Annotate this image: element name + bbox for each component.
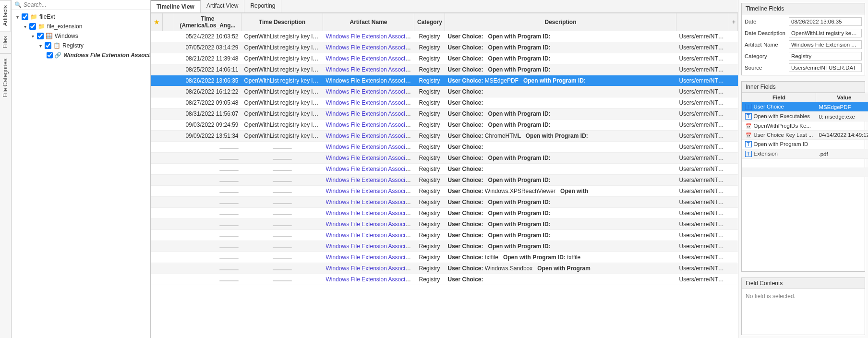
artifact-link[interactable]: Windows File Extension Associations [326,77,414,84]
table-row[interactable]: Windows File Extension AssociationsRegis… [151,153,738,164]
table-row[interactable]: Windows File Extension AssociationsRegis… [151,252,738,263]
rail-tab-files[interactable]: Files [0,31,11,53]
artifact-link[interactable]: Windows File Extension Associations [326,55,414,62]
tree-checkbox[interactable] [22,13,28,20]
table-row[interactable]: 07/05/2022 03:14:29OpenWithList registry… [151,42,738,53]
table-row[interactable]: 08/26/2022 13:06:35OpenWithList registry… [151,75,738,86]
artifact-link[interactable]: Windows File Extension Associations [326,254,414,261]
tree-row[interactable]: ▾📁file_extension [12,22,150,31]
table-row[interactable]: Windows File Extension AssociationsRegis… [151,230,738,241]
kv-value[interactable]: OpenWithList registry key last up [789,29,862,37]
artifact-link[interactable]: Windows File Extension Associations [326,155,414,161]
table-row[interactable]: Windows File Extension AssociationsRegis… [151,197,738,208]
tab-reporting[interactable]: Reporting [244,0,281,12]
col-desc[interactable]: Description [445,13,676,31]
tree-row[interactable]: 🔗Windows File Extension Associations [12,50,150,60]
cell-description: User Choice: Windows.Sandbox Open with P… [445,263,676,274]
inner-row[interactable]: 📅OpenWithProgIDs Ke... [742,121,868,131]
table-row[interactable]: Windows File Extension AssociationsRegis… [151,219,738,230]
artifact-link[interactable]: Windows File Extension Associations [326,199,414,205]
table-row[interactable]: 08/27/2022 09:05:48OpenWithList registry… [151,97,738,109]
col-category[interactable]: Category [414,13,445,31]
col-blank[interactable] [163,13,174,31]
artifact-link[interactable]: Windows File Extension Associations [326,144,414,150]
table-row[interactable]: Windows File Extension AssociationsRegis… [151,263,738,274]
artifact-link[interactable]: Windows File Extension Associations [326,33,414,40]
artifact-link[interactable]: Windows File Extension Associations [326,210,414,217]
inner-row[interactable]: 📅User Choice Key Last ...04/14/2022 14:4… [742,131,868,140]
table-row[interactable]: 05/24/2022 10:03:52OpenWithList registry… [151,31,738,42]
artifact-link[interactable]: Windows File Extension Associations [326,66,414,73]
table-row[interactable]: 08/21/2022 11:39:48OpenWithList registry… [151,53,738,64]
search-input[interactable] [24,1,147,8]
kv-value[interactable]: Windows File Extension Associat [789,40,862,49]
inner-row[interactable]: TOpen with Program ID [742,140,868,149]
tree-row[interactable]: ▾📋Registry [12,41,150,50]
artifact-link[interactable]: Windows File Extension Associations [326,121,414,128]
tree-checkbox[interactable] [29,23,36,30]
artifact-link[interactable]: Windows File Extension Associations [326,99,414,106]
tree-row[interactable]: ▾🪟Windows [12,31,150,41]
cell-description: User Choice: Open with Program ID: [445,120,676,131]
kv-row: CategoryRegistry [745,52,862,60]
table-row[interactable]: 09/09/2022 13:51:34OpenWithList registry… [151,131,738,142]
artifact-link[interactable]: Windows File Extension Associations [326,88,414,95]
col-timedesc[interactable]: Time Description [241,13,323,31]
col-time[interactable]: Time (America/Los_Ang... [174,13,241,31]
cell-timedesc [241,153,323,164]
rail-tab-file-categories[interactable]: File Categories [0,53,11,102]
artifact-link[interactable]: Windows File Extension Associations [326,243,414,250]
tab-artifact-view[interactable]: Artifact View [201,0,244,12]
artifact-link[interactable]: Windows File Extension Associations [326,188,414,194]
inner-col-value[interactable]: Value [816,93,868,102]
table-row[interactable]: Windows File Extension AssociationsRegis… [151,175,738,186]
tab-timeline-view[interactable]: Timeline View [151,0,201,12]
timeline-grid-wrap[interactable]: ★ Time (America/Los_Ang... Time Descript… [151,13,738,338]
chevron-down-icon[interactable]: ▾ [22,24,28,29]
chevron-down-icon[interactable]: ▾ [14,14,20,20]
tree-checkbox[interactable] [37,33,44,39]
inner-col-field[interactable]: Field [742,93,816,102]
artifact-link[interactable]: Windows File Extension Associations [326,44,414,51]
rail-tab-artifacts[interactable]: Artifacts [0,0,11,31]
table-row[interactable]: 09/03/2022 09:24:59OpenWithList registry… [151,120,738,131]
inner-row[interactable]: TOpen with Executables0: msedge.exe [742,112,868,121]
inner-field: TExtension [742,149,816,159]
kv-row: Date DescriptionOpenWithList registry ke… [745,29,862,37]
col-artifact[interactable]: Artifact Name [323,13,414,31]
kv-value[interactable]: 08/26/2022 13:06:35 [789,17,862,26]
artifact-link[interactable]: Windows File Extension Associations [326,265,414,272]
table-row[interactable]: Windows File Extension AssociationsRegis… [151,186,738,197]
table-row[interactable]: Windows File Extension AssociationsRegis… [151,164,738,175]
field-contents-panel: Field Contents No field is selected. [741,278,865,335]
tree-row[interactable]: ▾📁fileExt [12,12,150,22]
artifact-link[interactable]: Windows File Extension Associations [326,276,414,283]
artifact-link[interactable]: Windows File Extension Associations [326,133,414,139]
table-row[interactable]: 08/31/2022 11:56:07OpenWithList registry… [151,109,738,120]
kv-value[interactable]: Users/emre/NTUSER.DAT [789,63,862,72]
chevron-down-icon[interactable]: ▾ [37,43,43,48]
artifact-link[interactable]: Windows File Extension Associations [326,110,414,117]
cell-category: Registry [414,142,445,153]
tree-checkbox[interactable] [47,52,53,59]
artifact-link[interactable]: Windows File Extension Associations [326,221,414,228]
inner-row[interactable]: TExtension.pdf [742,149,868,159]
add-column-button[interactable]: + [729,13,738,31]
col-source[interactable] [676,13,729,31]
table-row[interactable]: Windows File Extension AssociationsRegis… [151,274,738,285]
artifact-link[interactable]: Windows File Extension Associations [326,177,414,183]
artifact-link[interactable]: Windows File Extension Associations [326,166,414,172]
table-row[interactable]: 08/25/2022 14:06:11OpenWithList registry… [151,64,738,75]
chevron-down-icon[interactable]: ▾ [30,34,36,39]
table-row[interactable]: 08/26/2022 16:12:22OpenWithList registry… [151,86,738,97]
col-star[interactable]: ★ [151,13,163,31]
table-row[interactable]: Windows File Extension AssociationsRegis… [151,208,738,219]
table-row[interactable]: Windows File Extension AssociationsRegis… [151,142,738,153]
table-row[interactable]: Windows File Extension AssociationsRegis… [151,241,738,252]
kv-value[interactable]: Registry [789,52,862,60]
cell-timedesc [241,164,323,175]
artifact-link[interactable]: Windows File Extension Associations [326,232,414,239]
inner-row[interactable]: TUser ChoiceMSEdgePDF [742,102,868,112]
tree-checkbox[interactable] [45,42,51,49]
cell-artifact: Windows File Extension Associations [323,175,414,186]
